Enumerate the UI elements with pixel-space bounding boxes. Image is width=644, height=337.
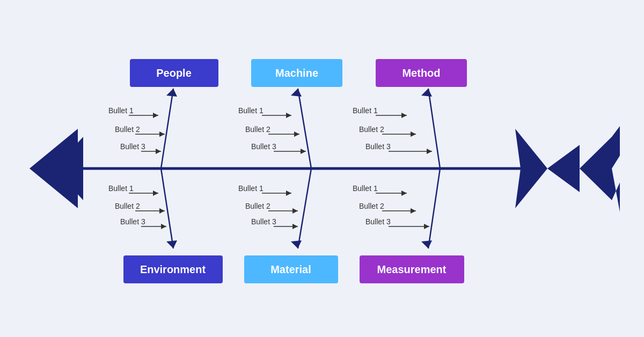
fishbone-diagram: People Machine Method Environment Materi…: [0, 0, 644, 337]
meas-bullet1: Bullet 1: [353, 184, 378, 193]
method-bullet2: Bullet 2: [359, 125, 384, 134]
method-bullet1: Bullet 1: [353, 106, 378, 115]
people-bullet2: Bullet 2: [115, 125, 140, 134]
machine-label: Machine: [275, 67, 318, 79]
mat-bullet3: Bullet 3: [251, 217, 276, 226]
people-label: People: [156, 67, 192, 79]
meas-bullet2: Bullet 2: [359, 202, 384, 210]
method-bullet3: Bullet 3: [365, 142, 391, 151]
meas-bullet3: Bullet 3: [365, 217, 391, 226]
material-label: Material: [270, 263, 311, 275]
measurement-label: Measurement: [377, 263, 447, 275]
machine-bullet3: Bullet 3: [251, 142, 276, 151]
machine-bullet2: Bullet 2: [245, 125, 270, 134]
machine-bullet1: Bullet 1: [238, 106, 264, 115]
method-label: Method: [402, 67, 440, 79]
mat-bullet1: Bullet 1: [238, 184, 264, 193]
people-bullet1: Bullet 1: [108, 106, 134, 115]
env-bullet2: Bullet 2: [115, 202, 140, 210]
environment-label: Environment: [140, 263, 206, 275]
people-bullet3: Bullet 3: [120, 142, 145, 151]
env-bullet3: Bullet 3: [120, 217, 145, 226]
mat-bullet2: Bullet 2: [245, 202, 270, 210]
env-bullet1: Bullet 1: [108, 184, 134, 193]
